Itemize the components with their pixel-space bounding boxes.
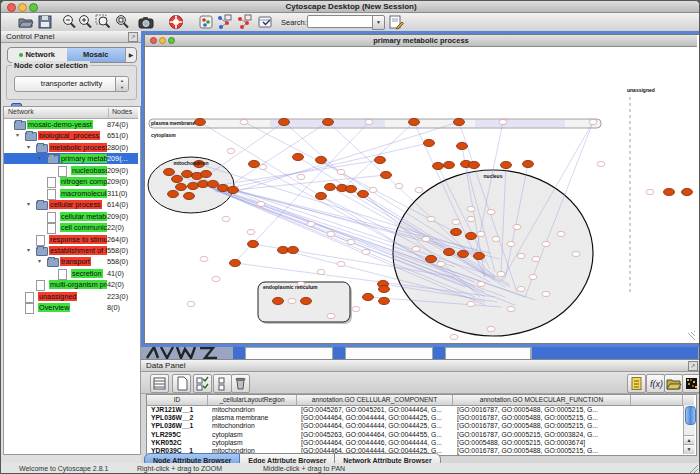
node[interactable] <box>467 216 475 221</box>
tree-item-label[interactable]: cellular process <box>49 200 102 209</box>
tree-item-label[interactable]: metabolic process <box>49 143 107 152</box>
node[interactable] <box>664 188 675 195</box>
node[interactable] <box>529 274 537 279</box>
tree-item-label[interactable]: nitrogen compo <box>60 177 107 186</box>
destroy-network-icon[interactable] <box>236 14 252 30</box>
tree-item-label[interactable]: multi-organism pro <box>49 280 107 289</box>
node[interactable] <box>477 231 485 236</box>
node[interactable] <box>218 184 229 191</box>
cell-r3-c2[interactable]: mitochondrion <box>212 422 295 430</box>
cell-r1-c1[interactable]: YJR121W__1 <box>151 406 206 414</box>
node[interactable] <box>433 162 444 169</box>
node[interactable] <box>227 148 235 153</box>
node[interactable] <box>187 301 195 306</box>
view-resize-grip-icon[interactable] <box>688 331 695 340</box>
node[interactable] <box>497 271 505 276</box>
function-icon[interactable]: f(x) <box>646 374 665 393</box>
expander-icon[interactable]: ▾ <box>27 247 30 254</box>
tree-item-label[interactable]: Overview <box>38 303 70 312</box>
tree-item-nitrogen-compo[interactable]: nitrogen compo209(0) <box>4 176 138 187</box>
tree-item-transport[interactable]: ▾transport558(0) <box>4 256 138 267</box>
node[interactable] <box>395 183 403 188</box>
node[interactable] <box>316 192 327 199</box>
node[interactable] <box>454 118 465 125</box>
network-graph[interactable]: plasma membranecytoplasmmitochondrionnuc… <box>145 47 697 342</box>
node[interactable] <box>182 170 193 177</box>
node[interactable] <box>208 180 219 187</box>
node[interactable] <box>222 216 230 221</box>
node[interactable] <box>375 156 386 163</box>
column-header-2[interactable]: _cellularLayoutRegion <box>208 395 297 405</box>
tree-item-establishment-of-lo[interactable]: ▾establishment of lo558(0) <box>4 245 138 256</box>
node[interactable] <box>347 239 355 244</box>
node[interactable] <box>499 119 507 124</box>
resize-grip-icon[interactable] <box>689 464 699 474</box>
help-lifering-icon[interactable] <box>168 14 184 30</box>
node[interactable] <box>437 261 445 266</box>
cell-r5-c1[interactable]: YKR052C <box>151 439 206 447</box>
cell-r1-c3[interactable]: [GO:0045267, GO:0045261, GO:0044464, G..… <box>301 406 451 414</box>
node[interactable] <box>517 286 525 291</box>
node[interactable] <box>532 256 540 261</box>
expander-icon[interactable]: ▾ <box>16 132 19 139</box>
cell-r2-c3[interactable]: [GO:0044464, GO:0044444, GO:0044425, G..… <box>301 414 451 422</box>
expander-icon[interactable]: ▾ <box>38 155 41 162</box>
tree-item-nucleobase-[interactable]: nucleobase-209(0) <box>4 165 138 176</box>
node[interactable] <box>444 161 455 168</box>
column-header-4[interactable]: annotation.GO MOLECULAR_FUNCTION <box>453 395 631 405</box>
node[interactable] <box>487 326 495 331</box>
cell-r4-c3[interactable]: [GO:0045263, GO:0044464, GO:0044455, G..… <box>301 431 451 439</box>
node[interactable] <box>279 118 290 125</box>
node[interactable] <box>501 161 512 168</box>
cell-r3-c3[interactable]: [GO:0044464, GO:0044444, GO:0044425, G..… <box>301 422 451 430</box>
edit-network-icon[interactable] <box>216 14 232 30</box>
column-header-3[interactable]: annotation.GO CELLULAR_COMPONENT <box>297 395 453 405</box>
node[interactable] <box>248 240 259 247</box>
node[interactable] <box>466 232 477 239</box>
tree-item-macromolecule[interactable]: macromolecule311(0) <box>4 188 138 199</box>
node[interactable] <box>172 175 183 182</box>
camera-icon[interactable] <box>138 14 154 30</box>
network-column-header[interactable]: Network <box>8 108 34 115</box>
node[interactable] <box>492 236 500 241</box>
node[interactable] <box>247 229 255 234</box>
node[interactable] <box>513 224 521 229</box>
expander-icon[interactable]: ▾ <box>38 258 41 265</box>
tree-item-metabolic-process[interactable]: ▾metabolic process280(0) <box>4 142 138 153</box>
expander-icon[interactable]: ▾ <box>27 144 30 151</box>
attribute-table-icon[interactable] <box>150 374 169 393</box>
tree-item-label[interactable]: secretion <box>71 269 103 278</box>
node[interactable] <box>523 160 534 167</box>
zoom-out-icon[interactable] <box>61 14 77 30</box>
tab-network[interactable]: Network <box>8 48 67 62</box>
cell-r5-c3[interactable]: [GO:0044464, GO:0044446, GO:0044444, G..… <box>301 439 451 447</box>
node[interactable] <box>365 119 373 124</box>
node[interactable] <box>288 298 296 303</box>
column-header-1[interactable]: ID <box>147 395 208 405</box>
node[interactable] <box>297 174 305 179</box>
node[interactable] <box>458 250 469 257</box>
node[interactable] <box>426 255 437 262</box>
tree-item-multi-organism-pro[interactable]: multi-organism pro42(0) <box>4 279 138 290</box>
tree-item-label[interactable]: cellular metabol <box>60 212 107 221</box>
cell-r1-c4[interactable]: [GO:0016787, GO:0005488, GO:0005215, G..… <box>457 406 629 414</box>
node[interactable] <box>457 142 468 149</box>
node[interactable] <box>467 301 475 306</box>
node[interactable] <box>422 236 430 241</box>
network-view-titlebar[interactable]: primary metabolic process <box>145 35 697 47</box>
tree-item-cellular-metabol[interactable]: cellular metabol209(0) <box>4 211 138 222</box>
column-header-blank[interactable] <box>631 395 683 405</box>
node[interactable] <box>307 221 315 226</box>
node[interactable] <box>469 161 480 168</box>
node[interactable] <box>228 186 239 193</box>
node[interactable] <box>176 183 187 190</box>
node[interactable] <box>352 306 360 311</box>
cell-r3-c1[interactable]: YPL036W__1 <box>151 422 206 430</box>
node[interactable] <box>467 206 475 211</box>
node[interactable] <box>323 118 334 125</box>
table-scrollbar[interactable]: ▲ ▼ <box>683 405 695 454</box>
node[interactable] <box>327 313 335 318</box>
node[interactable] <box>195 118 206 125</box>
cell-r4-c4[interactable]: [GO:0016787, GO:0005215, GO:0003824, G..… <box>457 431 629 439</box>
nodes-column-header[interactable]: Nodes <box>108 108 132 118</box>
